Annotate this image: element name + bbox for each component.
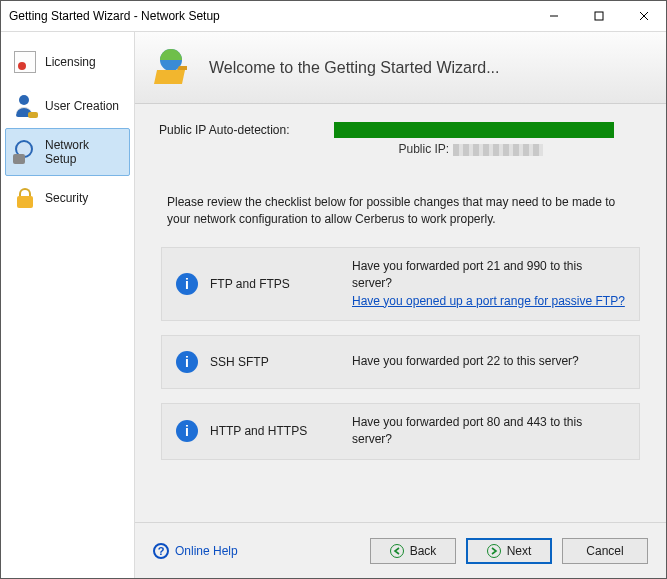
svg-rect-1 [595, 12, 603, 20]
wizard-window: Getting Started Wizard - Network Setup L… [0, 0, 667, 579]
sidebar-item-label: Licensing [45, 55, 96, 69]
wizard-headline: Welcome to the Getting Started Wizard... [209, 59, 500, 77]
instructions-text: Please review the checklist below for po… [167, 194, 634, 229]
public-ip-label: Public IP Auto-detection: [159, 123, 324, 137]
public-ip-row: Public IP Auto-detection: [159, 122, 642, 138]
close-button[interactable] [621, 1, 666, 31]
maximize-button[interactable] [576, 1, 621, 31]
arrow-left-icon [390, 544, 404, 558]
back-label: Back [410, 544, 437, 558]
public-ip-value-row: Public IP: [159, 142, 642, 156]
lock-icon [13, 186, 37, 210]
next-label: Next [507, 544, 532, 558]
checklist-row-ftp: i FTP and FTPS Have you forwarded port 2… [161, 247, 640, 321]
sidebar: Licensing User Creation Network Setup Se… [1, 32, 135, 578]
arrow-right-icon [487, 544, 501, 558]
ip-progress-bar [334, 122, 614, 138]
sidebar-item-label: Network Setup [45, 138, 122, 166]
wizard-globe-folder-icon [151, 46, 195, 90]
info-icon: i [176, 420, 198, 442]
main-panel: Welcome to the Getting Started Wizard...… [135, 32, 666, 578]
next-button[interactable]: Next [466, 538, 552, 564]
cancel-label: Cancel [586, 544, 623, 558]
checklist-msg: Have you forwarded port 80 and 443 to th… [352, 414, 625, 449]
network-globe-icon [13, 140, 37, 164]
online-help-label: Online Help [175, 544, 238, 558]
content-area: Public IP Auto-detection: Public IP: Ple… [135, 104, 666, 522]
passive-ftp-link[interactable]: Have you opened up a port range for pass… [352, 294, 625, 308]
public-ip-prefix: Public IP: [398, 142, 452, 156]
titlebar: Getting Started Wizard - Network Setup [1, 1, 666, 31]
info-icon: i [176, 273, 198, 295]
checklist-proto: HTTP and HTTPS [210, 424, 340, 438]
sidebar-item-label: Security [45, 191, 88, 205]
checklist-msg: Have you forwarded port 21 and 990 to th… [352, 258, 625, 310]
online-help-link[interactable]: ? Online Help [153, 543, 238, 559]
checklist-row-ssh: i SSH SFTP Have you forwarded port 22 to… [161, 335, 640, 389]
help-icon: ? [153, 543, 169, 559]
checklist-msg-line1: Have you forwarded port 21 and 990 to th… [352, 259, 582, 290]
back-button[interactable]: Back [370, 538, 456, 564]
checklist: i FTP and FTPS Have you forwarded port 2… [161, 247, 640, 460]
wizard-header: Welcome to the Getting Started Wizard... [135, 32, 666, 104]
checklist-row-http: i HTTP and HTTPS Have you forwarded port… [161, 403, 640, 460]
sidebar-item-security[interactable]: Security [5, 176, 130, 220]
minimize-button[interactable] [531, 1, 576, 31]
public-ip-value-redacted [453, 144, 543, 156]
sidebar-item-network-setup[interactable]: Network Setup [5, 128, 130, 176]
info-icon: i [176, 351, 198, 373]
window-body: Licensing User Creation Network Setup Se… [1, 31, 666, 578]
checklist-proto: SSH SFTP [210, 355, 340, 369]
window-title: Getting Started Wizard - Network Setup [9, 9, 531, 23]
sidebar-item-label: User Creation [45, 99, 119, 113]
sidebar-item-licensing[interactable]: Licensing [5, 40, 130, 84]
checklist-msg: Have you forwarded port 22 to this serve… [352, 353, 625, 370]
checklist-proto: FTP and FTPS [210, 277, 340, 291]
wizard-footer: ? Online Help Back Next Cancel [135, 522, 666, 578]
user-key-icon [13, 94, 37, 118]
sidebar-item-user-creation[interactable]: User Creation [5, 84, 130, 128]
certificate-icon [13, 50, 37, 74]
cancel-button[interactable]: Cancel [562, 538, 648, 564]
